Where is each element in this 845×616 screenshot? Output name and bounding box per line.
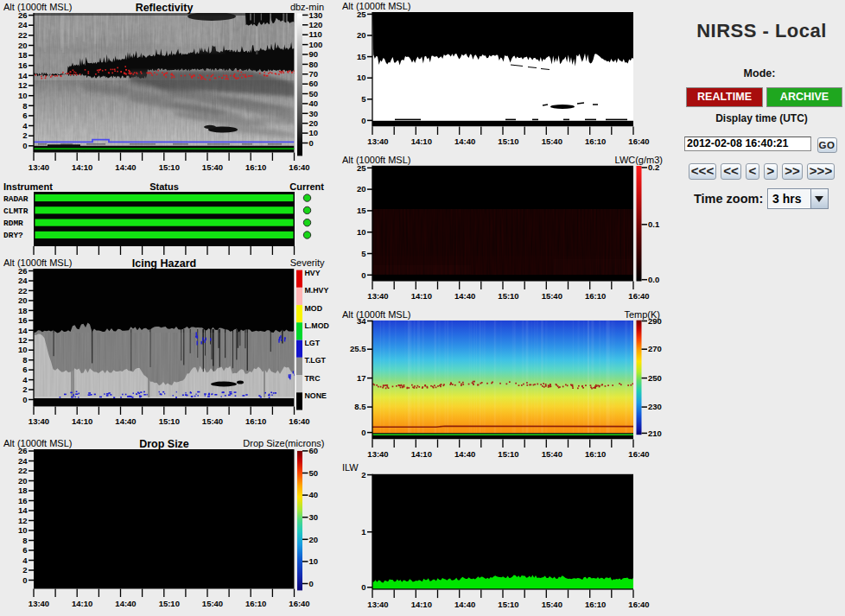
svg-text:90: 90 xyxy=(309,49,319,59)
svg-text:0: 0 xyxy=(22,141,27,150)
svg-text:15:40: 15:40 xyxy=(542,137,562,146)
svg-text:15:10: 15:10 xyxy=(159,162,180,172)
svg-text:13:40: 13:40 xyxy=(29,599,49,608)
svg-text:0.2: 0.2 xyxy=(648,162,659,172)
svg-text:15:10: 15:10 xyxy=(498,291,518,301)
svg-text:Icing Hazard: Icing Hazard xyxy=(132,257,196,270)
svg-text:0: 0 xyxy=(361,428,365,437)
svg-text:8: 8 xyxy=(22,355,27,365)
svg-text:16:10: 16:10 xyxy=(245,162,266,172)
svg-text:2: 2 xyxy=(361,470,365,479)
svg-text:13:40: 13:40 xyxy=(29,162,49,172)
svg-text:Alt (1000ft MSL): Alt (1000ft MSL) xyxy=(3,257,72,268)
svg-text:Reflectivity: Reflectivity xyxy=(136,2,194,14)
svg-text:RADAR: RADAR xyxy=(3,194,29,204)
svg-text:50: 50 xyxy=(309,468,319,478)
svg-text:Alt (1000ft MSL): Alt (1000ft MSL) xyxy=(342,155,410,165)
svg-text:8: 8 xyxy=(22,101,27,111)
svg-text:25.5: 25.5 xyxy=(350,344,366,353)
svg-text:20: 20 xyxy=(18,476,28,486)
svg-text:8.5: 8.5 xyxy=(354,402,366,411)
svg-text:2: 2 xyxy=(22,384,27,394)
svg-text:25: 25 xyxy=(357,163,366,173)
svg-text:130: 130 xyxy=(309,10,323,20)
svg-text:Instrument: Instrument xyxy=(3,181,53,192)
svg-text:0.0: 0.0 xyxy=(648,275,659,284)
svg-text:13:40: 13:40 xyxy=(367,137,388,146)
svg-text:16:10: 16:10 xyxy=(245,416,266,426)
svg-text:14:10: 14:10 xyxy=(72,416,92,426)
svg-text:RDMR: RDMR xyxy=(3,219,23,228)
svg-text:Current: Current xyxy=(289,181,324,192)
svg-text:Status: Status xyxy=(149,181,179,192)
svg-text:2: 2 xyxy=(22,565,27,575)
svg-text:MOD: MOD xyxy=(305,304,323,313)
svg-text:16: 16 xyxy=(18,315,28,325)
svg-text:15:40: 15:40 xyxy=(542,600,562,609)
svg-text:20: 20 xyxy=(309,118,319,128)
svg-text:40: 40 xyxy=(309,490,319,499)
svg-text:15:10: 15:10 xyxy=(498,600,518,609)
svg-text:22: 22 xyxy=(18,30,28,40)
svg-text:100: 100 xyxy=(309,40,323,49)
svg-text:14: 14 xyxy=(18,71,28,80)
svg-text:15: 15 xyxy=(357,52,366,61)
svg-text:16:10: 16:10 xyxy=(245,599,266,608)
svg-text:26: 26 xyxy=(18,10,28,20)
svg-text:15:10: 15:10 xyxy=(159,416,180,426)
svg-text:5: 5 xyxy=(361,249,366,258)
svg-text:13:40: 13:40 xyxy=(367,600,388,609)
svg-text:16:40: 16:40 xyxy=(628,137,649,146)
svg-text:16:10: 16:10 xyxy=(585,449,606,459)
svg-text:24: 24 xyxy=(18,456,28,466)
svg-text:16:10: 16:10 xyxy=(585,291,606,301)
svg-text:12: 12 xyxy=(18,335,28,345)
svg-text:10: 10 xyxy=(357,73,366,82)
svg-text:22: 22 xyxy=(18,466,28,475)
svg-text:15:10: 15:10 xyxy=(159,599,180,608)
svg-text:4: 4 xyxy=(22,121,28,130)
svg-text:13:40: 13:40 xyxy=(367,449,388,459)
svg-text:0: 0 xyxy=(22,575,27,585)
svg-text:0.1: 0.1 xyxy=(648,219,660,229)
svg-text:14:40: 14:40 xyxy=(454,449,475,459)
svg-text:14:10: 14:10 xyxy=(72,599,92,608)
svg-text:Alt (1000ft MSL): Alt (1000ft MSL) xyxy=(342,309,410,320)
svg-text:T.LGT: T.LGT xyxy=(305,356,327,365)
svg-text:15:40: 15:40 xyxy=(202,162,223,172)
svg-text:2: 2 xyxy=(22,130,27,140)
svg-text:10: 10 xyxy=(18,345,28,354)
svg-text:14:40: 14:40 xyxy=(115,416,136,426)
svg-text:12: 12 xyxy=(18,80,28,90)
svg-text:290: 290 xyxy=(648,316,662,326)
svg-text:10: 10 xyxy=(309,556,319,566)
svg-text:26: 26 xyxy=(18,266,28,276)
svg-text:15:40: 15:40 xyxy=(202,599,223,608)
svg-text:16:10: 16:10 xyxy=(585,600,606,609)
svg-text:16:40: 16:40 xyxy=(628,600,649,609)
svg-text:6: 6 xyxy=(22,545,27,555)
svg-text:16:40: 16:40 xyxy=(289,416,309,426)
svg-text:12: 12 xyxy=(18,516,28,525)
svg-text:20: 20 xyxy=(18,295,28,305)
svg-text:14: 14 xyxy=(18,505,28,515)
svg-text:15: 15 xyxy=(357,206,366,215)
svg-text:Alt (1000ft MSL): Alt (1000ft MSL) xyxy=(3,2,72,12)
svg-text:18: 18 xyxy=(18,50,28,60)
svg-text:60: 60 xyxy=(309,446,319,455)
svg-text:Alt (1000ft MSL): Alt (1000ft MSL) xyxy=(3,438,72,448)
svg-text:HVY: HVY xyxy=(305,269,321,277)
svg-text:8: 8 xyxy=(22,536,27,545)
svg-text:70: 70 xyxy=(309,69,319,79)
svg-text:110: 110 xyxy=(309,29,322,39)
svg-text:Drop Size: Drop Size xyxy=(139,438,189,450)
svg-text:L.MOD: L.MOD xyxy=(305,321,329,330)
svg-text:15:10: 15:10 xyxy=(498,449,518,459)
svg-text:14:10: 14:10 xyxy=(72,162,92,172)
svg-text:14:10: 14:10 xyxy=(411,600,432,609)
svg-text:10: 10 xyxy=(309,128,319,137)
svg-text:15:40: 15:40 xyxy=(542,291,562,301)
svg-text:120: 120 xyxy=(309,20,323,29)
svg-text:14:40: 14:40 xyxy=(115,599,136,608)
svg-text:14:10: 14:10 xyxy=(411,449,432,459)
